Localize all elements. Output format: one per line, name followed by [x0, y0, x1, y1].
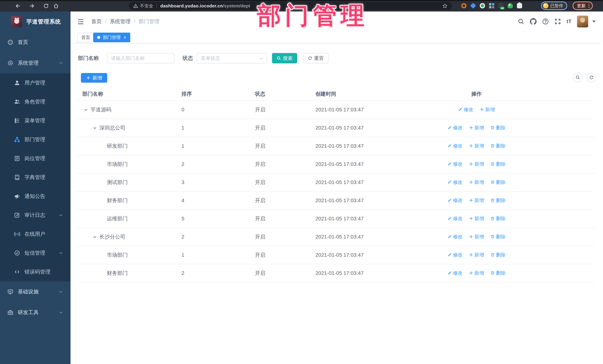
tab-close-icon[interactable]: ×	[124, 35, 126, 40]
delete-action-link[interactable]: 删除	[490, 143, 506, 149]
reset-button[interactable]: 重置	[303, 53, 328, 63]
github-icon[interactable]	[530, 18, 537, 25]
tree-expand-icon[interactable]	[93, 234, 97, 239]
sidebar-item-研发工具[interactable]: 研发工具	[0, 302, 70, 323]
row-actions: 修改新增删除	[447, 179, 506, 186]
sidebar-item-在线用户[interactable]: 在线用户	[0, 225, 70, 243]
edit-action-link[interactable]: 修改	[447, 215, 463, 222]
edit-action-link[interactable]: 修改	[447, 179, 463, 186]
delete-action-link[interactable]: 删除	[490, 215, 506, 222]
app-logo-row[interactable]: 芋道管理系统	[0, 11, 70, 32]
bookmark-star-icon[interactable]	[442, 3, 448, 9]
browser-address-bar[interactable]: 不安全 dashboard.yudao.iocoder.cn /system/d…	[129, 2, 452, 10]
sidebar-collapse-icon[interactable]	[77, 18, 84, 25]
search-button[interactable]: 搜索	[272, 53, 297, 63]
tree-expand-icon[interactable]	[93, 125, 97, 130]
user-menu-caret-icon[interactable]	[592, 21, 596, 22]
breadcrumb-home[interactable]: 首页	[91, 18, 102, 25]
browser-back-icon[interactable]	[15, 3, 21, 9]
browser-update-chip[interactable]: 更新	[573, 1, 593, 10]
header-search-icon[interactable]	[518, 18, 524, 25]
table-row[interactable]: 长沙分公司 2 开启 2021-01-05 17:03:47 修改新增删除	[77, 228, 594, 246]
add-action-link[interactable]: 新增	[480, 106, 495, 113]
delete-action-link[interactable]: 删除	[490, 252, 506, 258]
help-icon[interactable]	[542, 18, 549, 25]
delete-action-link[interactable]: 删除	[490, 179, 506, 186]
table-row[interactable]: 芋道源码 0 开启 2021-01-05 17:03:47 修改新增	[77, 101, 594, 119]
extension-switch-icon[interactable]	[498, 3, 504, 8]
edit-action-link[interactable]: 修改	[458, 106, 473, 113]
sidebar-item-用户管理[interactable]: 用户管理	[0, 73, 70, 92]
edit-action-link[interactable]: 修改	[447, 270, 463, 276]
delete-action-link[interactable]: 删除	[490, 233, 506, 240]
add-action-link[interactable]: 新增	[469, 143, 484, 149]
sidebar-item-岗位管理[interactable]: 岗位管理	[0, 149, 70, 168]
extensions-puzzle-icon[interactable]	[517, 3, 522, 8]
edit-action-link[interactable]: 修改	[447, 197, 463, 204]
extension-key-icon[interactable]	[508, 3, 513, 8]
sidebar-item-错误码管理[interactable]: 错误码管理	[0, 263, 70, 281]
edit-action-link[interactable]: 修改	[447, 143, 463, 149]
browser-reload-icon[interactable]	[43, 3, 49, 9]
extension-gem-icon[interactable]	[470, 3, 476, 9]
refresh-table-button[interactable]	[587, 73, 596, 82]
extension-grid-icon[interactable]	[489, 3, 494, 8]
browser-profile-chip[interactable]: 已暂停	[541, 1, 567, 10]
sidebar-item-审计日志[interactable]: 审计日志	[0, 206, 70, 225]
add-action-link[interactable]: 新增	[469, 197, 484, 204]
add-action-link[interactable]: 新增	[469, 215, 484, 222]
table-row[interactable]: 运维部门 5 开启 2021-01-05 17:03:47 修改新增删除	[77, 210, 594, 228]
extension-green-icon[interactable]	[480, 3, 485, 8]
tab-home[interactable]: 首页	[77, 33, 94, 42]
table-row[interactable]: 研发部门 1 开启 2021-01-05 17:03:47 修改新增删除	[77, 137, 594, 155]
sidebar-item-系统管理[interactable]: 系统管理	[0, 53, 70, 73]
url-divider	[157, 3, 157, 8]
browser-forward-icon[interactable]	[29, 3, 35, 9]
created-time-cell: 2021-01-05 17:03:47	[312, 198, 386, 203]
menu-tree-icon	[14, 118, 20, 124]
sidebar-item-菜单管理[interactable]: 菜单管理	[0, 111, 70, 130]
sidebar-item-首页[interactable]: 首页	[0, 32, 70, 53]
sidebar-item-短信管理[interactable]: 短信管理	[0, 243, 70, 263]
delete-action-link[interactable]: 删除	[490, 197, 506, 204]
dept-name-input[interactable]: 请输入部门名称	[107, 53, 174, 63]
browser-menu-icon[interactable]	[589, 4, 590, 8]
edit-action-link[interactable]: 修改	[447, 161, 463, 167]
sidebar-item-字典管理[interactable]: 字典管理	[0, 168, 70, 187]
delete-action-link[interactable]: 删除	[490, 270, 506, 276]
extension-ring-icon[interactable]	[461, 3, 466, 8]
status-select[interactable]: 菜单状态	[197, 53, 267, 63]
table-row[interactable]: 财务部门 2 开启 2021-01-05 17:03:47 修改新增删除	[77, 264, 594, 282]
show-search-toggle-button[interactable]	[573, 73, 583, 82]
table-row[interactable]: 测试部门 3 开启 2021-01-05 17:03:47 修改新增删除	[77, 174, 594, 192]
add-dept-button[interactable]: 新增	[81, 73, 107, 83]
add-action-link[interactable]: 新增	[469, 233, 484, 240]
tree-expand-icon[interactable]	[83, 107, 88, 112]
delete-action-link[interactable]: 删除	[490, 124, 506, 131]
add-action-link[interactable]: 新增	[469, 124, 484, 131]
browser-home-icon[interactable]	[53, 3, 59, 9]
edit-action-link[interactable]: 修改	[447, 124, 463, 131]
font-size-icon[interactable]: tT	[567, 18, 571, 25]
table-row[interactable]: 市场部门 2 开启 2021-01-05 17:03:47 修改新增删除	[77, 155, 594, 174]
dept-name-cell: 运维部门	[107, 215, 128, 222]
main-content: 部门名称 请输入部门名称 状态 菜单状态 搜索 重置 新增	[70, 43, 601, 364]
table-row[interactable]: 财务部门 4 开启 2021-01-05 17:03:47 修改新增删除	[77, 192, 594, 210]
add-action-link[interactable]: 新增	[469, 179, 484, 186]
user-avatar[interactable]	[577, 16, 588, 27]
sidebar-item-基础设施[interactable]: 基础设施	[0, 281, 70, 302]
tab-dept-management[interactable]: 部门管理 ×	[93, 33, 130, 42]
edit-action-link[interactable]: 修改	[447, 233, 463, 240]
table-row[interactable]: 深圳总公司 1 开启 2021-01-05 17:03:47 修改新增删除	[77, 119, 594, 137]
table-row[interactable]: 市场部门 1 开启 2021-01-05 17:03:47 修改新增删除	[77, 246, 594, 264]
sidebar-item-角色管理[interactable]: 角色管理	[0, 92, 70, 111]
sidebar-item-部门管理[interactable]: 部门管理	[0, 130, 70, 149]
delete-action-link[interactable]: 删除	[490, 161, 506, 167]
add-action-link[interactable]: 新增	[469, 252, 484, 258]
add-action-link[interactable]: 新增	[469, 161, 484, 167]
breadcrumb-system[interactable]: 系统管理	[110, 18, 131, 25]
sidebar-item-通知公告[interactable]: 通知公告	[0, 187, 70, 206]
edit-action-link[interactable]: 修改	[447, 252, 463, 258]
fullscreen-icon[interactable]	[554, 18, 561, 25]
add-action-link[interactable]: 新增	[469, 270, 484, 276]
